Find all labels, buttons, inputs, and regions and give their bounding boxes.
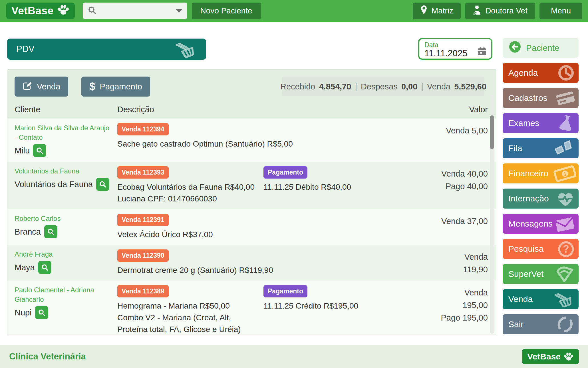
sidebar-item-agenda[interactable]: Agenda [503,63,579,83]
novo-paciente-button[interactable]: Novo Paciente [192,3,261,19]
recebido-label: Recebido [280,82,315,91]
location-pin-icon [420,5,428,17]
sidebar-item-sair[interactable]: Sair [503,314,579,334]
sidebar-item-label: Fila [508,143,522,153]
sidebar-item-label: Agenda [508,68,538,78]
description-cell: Venda 112391 Vetex Ácido Úrico R$37,00 [117,214,434,240]
sidebar-item-venda[interactable]: Venda [503,289,579,309]
valor-cell: Venda 119,90 [439,249,488,276]
heart-pulse-icon [551,190,576,209]
svg-text:?: ? [563,243,569,255]
pagamento-tab-button[interactable]: $ Pagamento [81,77,150,97]
sales-panel: Venda $ Pagamento Recebido 4.854,70 | De… [7,69,496,335]
payment-cell: Pagamento 11.11.25 Débito R$40,00 [263,166,434,193]
description-line: Luciana CPF: 01470660030 [117,193,258,205]
date-field[interactable]: Data 11.11.2025 [418,38,492,60]
tickets-icon [551,139,576,159]
sidebar-item-label: Financeiro [508,169,548,178]
sidebar-item-label: Cadastros [508,93,547,103]
question-icon: ? [551,240,576,260]
description-line: Dermotrat creme 20 g (Santuário) R$119,9… [117,264,434,276]
pagamento-badge: Pagamento [263,166,307,179]
description-line: 11.11.25 Débito R$40,00 [263,181,434,193]
column-header-descricao: Descrição [117,105,154,114]
table-row: Voluntarios da Fauna Voluntários da Faun… [7,162,496,209]
table-row: Paulo Clementel - Adriana Giancarlo Nupi… [7,281,496,335]
description-line: Vetex Ácido Úrico R$37,00 [117,229,434,240]
client-link[interactable]: Marion Silva da Silva de Araujo - Contat… [15,123,112,142]
basket-icon [551,290,576,310]
client-link[interactable]: Paulo Clementel - Adriana Giancarlo [15,285,112,304]
description-line: Sache gato castrado Optimun (Santuário) … [117,138,434,150]
description-line: Ecobag Voluntários da Fauna R$40,00 [117,181,258,193]
sidebar-item-label: Mensagens [508,219,553,229]
client-search-button[interactable] [44,225,57,238]
client-link[interactable]: Roberto Carlos [15,214,112,223]
chevron-down-icon [176,9,182,13]
client-cell: Paulo Clementel - Adriana Giancarlo Nupi [15,285,112,319]
dollar-icon: $ [89,81,95,93]
client-search-button[interactable] [35,306,48,319]
scrollbar-thumb[interactable] [490,115,494,149]
column-header-cliente: Cliente [15,105,40,114]
client-link[interactable]: André Fraga [15,249,112,259]
location-button[interactable]: Matriz [413,3,461,19]
magnifier-icon [41,264,49,271]
sidebar-item-cadastros[interactable]: Cadastros [503,88,579,108]
paw-icon [57,4,70,18]
sidebar-item-fila[interactable]: Fila [503,138,579,158]
scrollbar-track[interactable] [490,95,494,334]
venda-total-label: Venda [427,82,450,91]
venda-total-value: 5.529,60 [454,82,486,91]
description-line: Combo V2 - Mariana (Creat, Alt, Proteína… [117,312,258,335]
clock-icon [551,64,576,84]
sidebar-item-label: SuperVet [508,269,543,279]
venda-badge: Venda 112393 [117,166,169,179]
sidebar-back-label: Paciente [526,43,559,53]
sidebar-item-supervet[interactable]: SuperVet [503,264,579,284]
client-search-button[interactable] [96,178,109,191]
client-cell: Roberto Carlos Branca [15,214,112,238]
client-search-button[interactable] [33,144,46,157]
doctor-icon [473,5,481,17]
description-cell: Venda 112389 Hemograma - Mariana R$50,00… [117,285,258,335]
table-row: Marion Silva da Silva de Araujo - Contat… [7,119,496,162]
client-search-button[interactable] [38,261,51,274]
menu-button[interactable]: Menu [539,3,582,19]
venda-badge: Venda 112394 [117,123,169,135]
magnifier-icon [36,147,43,154]
venda-tab-button[interactable]: Venda [15,77,68,97]
column-header-valor: Valor [469,105,488,114]
sidebar-item-label: Internação [508,194,549,203]
sidebar-item-financeiro[interactable]: Financeiro 1 [503,163,579,183]
summary-bar: Recebido 4.854,70 | Despesas 0,00 | Vend… [282,77,484,96]
calendar-icon[interactable] [478,47,487,56]
client-link[interactable]: Voluntarios da Fauna [15,166,112,176]
sidebar-item-pesquisa[interactable]: Pesquisa ? [503,239,579,259]
recebido-value: 4.854,70 [319,82,351,91]
description-line: Hemograma - Mariana R$50,00 [117,300,258,312]
page-title-bar: PDV [7,39,206,60]
envelope-icon [551,215,576,235]
despesas-label: Despesas [361,82,398,91]
venda-badge: Venda 112391 [117,214,169,226]
top-bar: VetBase Novo Paciente [0,0,588,22]
valor-cell: Venda 37,00 [439,214,488,227]
sidebar-item-internacao[interactable]: Internação [503,189,579,209]
user-button[interactable]: Doutora Vet [465,3,535,19]
search-box[interactable] [83,3,187,19]
search-icon [88,6,96,16]
valor-cell: Venda 40,00Pago 40,00 [439,166,488,193]
table-row: André Fraga Maya Venda 112390 Dermotrat … [7,245,496,281]
client-cell: Marion Silva da Silva de Araujo - Contat… [15,123,112,157]
description-line: 11.11.25 Crédito R$195,00 [263,300,434,312]
client-cell: Voluntarios da Fauna Voluntários da Faun… [15,166,112,191]
sidebar-item-exames[interactable]: Exames [503,113,579,133]
sidebar-item-mensagens[interactable]: Mensagens [503,214,579,234]
payment-cell: Pagamento 11.11.25 Crédito R$195,00 [263,285,434,312]
search-input[interactable] [100,7,172,15]
pet-name: Milu [15,146,30,155]
description-cell: Venda 112394 Sache gato castrado Optimun… [117,123,434,150]
sidebar-item-paciente[interactable]: Paciente [503,38,579,58]
basket-icon [173,39,202,60]
